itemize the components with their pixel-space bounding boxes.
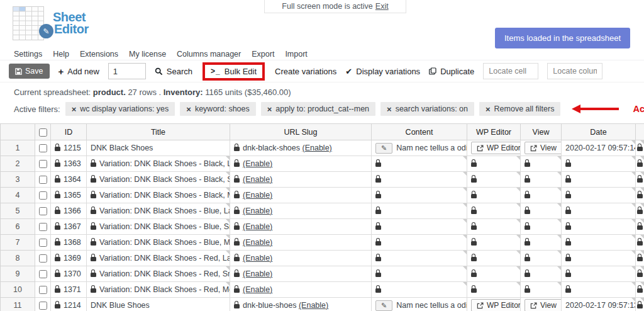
row-number-cell[interactable]: 5 xyxy=(1,203,35,219)
view-cell[interactable] xyxy=(521,156,562,172)
id-cell[interactable]: 1371 xyxy=(51,282,87,298)
row-number-cell[interactable]: 4 xyxy=(1,188,35,203)
title-cell[interactable]: Variation: DNK Black Shoes - Blue, Small xyxy=(87,219,230,235)
title-cell[interactable]: Variation: DNK Black Shoes - Red, Medium xyxy=(87,282,230,298)
id-cell[interactable]: 1364 xyxy=(51,172,87,188)
row-number-cell[interactable]: 3 xyxy=(1,172,35,188)
col-header-view[interactable]: View xyxy=(521,124,562,140)
search-button[interactable]: Search xyxy=(155,67,192,76)
enable-link[interactable]: (Enable) xyxy=(243,222,272,231)
id-cell[interactable]: 1365 xyxy=(51,188,87,203)
row-number-cell[interactable]: 6 xyxy=(1,219,35,235)
col-header-id[interactable]: ID xyxy=(51,124,87,140)
title-cell[interactable]: DNK Black Shoes xyxy=(87,140,230,156)
view-cell[interactable] xyxy=(521,282,562,298)
view-cell[interactable] xyxy=(521,235,562,251)
slug-cell[interactable]: (Enable) xyxy=(230,282,372,298)
wp-editor-cell[interactable] xyxy=(467,203,521,219)
enable-link[interactable]: (Enable) xyxy=(243,159,272,168)
menu-item-settings[interactable]: Settings xyxy=(14,50,42,59)
content-cell[interactable] xyxy=(372,266,467,282)
date-cell[interactable] xyxy=(562,235,636,251)
locate-column-input[interactable] xyxy=(547,63,602,79)
filter-chip-remove-all-filters[interactable]: ×Remove all filters xyxy=(479,102,560,116)
title-cell[interactable]: Variation: DNK Black Shoes - Black, Smal… xyxy=(87,172,230,188)
filter-chip-search-variations-on[interactable]: ×search variations: on xyxy=(380,102,474,116)
wp-editor-cell[interactable] xyxy=(467,251,521,266)
content-cell[interactable]: ✎Nam nec tellus a odio... xyxy=(372,298,467,311)
content-cell[interactable] xyxy=(372,219,467,235)
add-new-count-input[interactable] xyxy=(108,63,146,79)
slug-cell[interactable]: dnk-blue-shoes (Enable) xyxy=(230,298,372,311)
title-cell[interactable]: Variation: DNK Black Shoes - Red, Small xyxy=(87,266,230,282)
menu-item-import[interactable]: Import xyxy=(285,50,307,59)
content-edit-button[interactable]: ✎ xyxy=(375,143,392,154)
date-cell[interactable] xyxy=(562,203,636,219)
row-number-cell[interactable]: 8 xyxy=(1,251,35,266)
remove-filter-icon[interactable]: × xyxy=(72,105,77,113)
id-cell[interactable]: 1370 xyxy=(51,266,87,282)
content-cell[interactable] xyxy=(372,251,467,266)
view-cell[interactable] xyxy=(521,251,562,266)
row-checkbox[interactable] xyxy=(39,207,47,215)
id-cell[interactable]: 1367 xyxy=(51,219,87,235)
col-header-url-slug[interactable]: URL Slug xyxy=(230,124,372,140)
date-cell[interactable] xyxy=(562,188,636,203)
id-cell[interactable]: 1366 xyxy=(51,203,87,219)
row-checkbox[interactable] xyxy=(39,239,47,247)
date-cell[interactable] xyxy=(562,282,636,298)
slug-cell[interactable]: (Enable) xyxy=(230,235,372,251)
col-header-wp-editor[interactable]: WP Editor xyxy=(467,124,521,140)
enable-link[interactable]: (Enable) xyxy=(299,301,328,310)
remove-filter-icon[interactable]: × xyxy=(486,105,491,113)
slug-cell[interactable]: (Enable) xyxy=(230,172,372,188)
title-cell[interactable]: Variation: DNK Black Shoes - Red, Large xyxy=(87,251,230,266)
date-cell[interactable]: 2020-02-17 09:57:13 xyxy=(562,298,636,311)
create-variations-button[interactable]: Create variations xyxy=(275,67,336,76)
menu-item-columns-manager[interactable]: Columns manager xyxy=(177,50,241,59)
view-button[interactable]: View xyxy=(525,142,562,154)
slug-cell[interactable]: (Enable) xyxy=(230,203,372,219)
enable-link[interactable]: (Enable) xyxy=(243,206,272,215)
content-cell[interactable]: ✎Nam nec tellus a odio... xyxy=(372,140,467,156)
col-header-content[interactable]: Content xyxy=(372,124,467,140)
title-cell[interactable]: Variation: DNK Black Shoes - Black, Larg… xyxy=(87,156,230,172)
enable-link[interactable]: (Enable) xyxy=(243,238,272,247)
wp-editor-cell[interactable] xyxy=(467,156,521,172)
date-cell[interactable] xyxy=(562,156,636,172)
col-header-title[interactable]: Title xyxy=(87,124,230,140)
date-cell[interactable]: 2020-02-17 09:57:14 xyxy=(562,140,636,156)
id-cell[interactable]: 1363 xyxy=(51,156,87,172)
menu-item-my-license[interactable]: My license xyxy=(129,50,166,59)
wp-editor-cell[interactable] xyxy=(467,266,521,282)
slug-cell[interactable]: (Enable) xyxy=(230,219,372,235)
col-header-date[interactable]: Date xyxy=(562,124,636,140)
date-cell[interactable] xyxy=(562,172,636,188)
slug-cell[interactable]: (Enable) xyxy=(230,251,372,266)
view-button[interactable]: View xyxy=(525,299,562,311)
content-cell[interactable] xyxy=(372,235,467,251)
exit-fullscreen-link[interactable]: Exit xyxy=(375,2,389,11)
content-edit-button[interactable]: ✎ xyxy=(375,300,392,311)
enable-link[interactable]: (Enable) xyxy=(243,191,272,200)
wp-editor-cell[interactable] xyxy=(467,282,521,298)
date-cell[interactable] xyxy=(562,219,636,235)
title-cell[interactable]: Variation: DNK Black Shoes - Black, Medi… xyxy=(87,188,230,203)
title-cell[interactable]: DNK Blue Shoes xyxy=(87,298,230,311)
row-checkbox[interactable] xyxy=(39,160,47,168)
row-number-cell[interactable]: 7 xyxy=(1,235,35,251)
row-checkbox[interactable] xyxy=(39,270,47,278)
slug-cell[interactable]: (Enable) xyxy=(230,188,372,203)
filter-chip-wc-display-variations-yes[interactable]: ×wc display variations: yes xyxy=(65,102,175,116)
add-new-button[interactable]: + Add new xyxy=(58,67,99,76)
remove-filter-icon[interactable]: × xyxy=(186,105,191,113)
wp-editor-cell[interactable] xyxy=(467,172,521,188)
date-cell[interactable] xyxy=(562,266,636,282)
remove-filter-icon[interactable]: × xyxy=(387,105,392,113)
wp-editor-cell[interactable] xyxy=(467,235,521,251)
slug-cell[interactable]: dnk-black-shoes (Enable) xyxy=(230,140,372,156)
view-cell[interactable] xyxy=(521,188,562,203)
locate-cell-input[interactable] xyxy=(483,63,538,79)
row-checkbox[interactable] xyxy=(39,302,47,310)
enable-link[interactable]: (Enable) xyxy=(303,144,332,152)
